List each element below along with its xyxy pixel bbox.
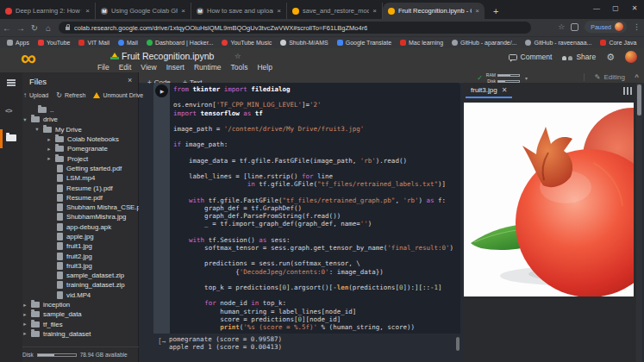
sync-paused-badge[interactable]: Paused [585, 21, 627, 33]
tab-close-icon[interactable]: × [85, 7, 90, 15]
refresh-button[interactable]: ↻Refresh [56, 91, 85, 99]
tab-close-icon[interactable]: × [372, 7, 377, 15]
tree-item[interactable]: vid.MP4 [22, 290, 139, 300]
tree-item[interactable]: ▸sample_data [22, 309, 139, 319]
new-tab-button[interactable]: + [485, 6, 507, 19]
account-avatar[interactable] [625, 51, 637, 63]
menu-insert[interactable]: Insert [166, 63, 184, 72]
browser-tab[interactable]: MHow to save and upload Deep L× [191, 3, 287, 19]
close-icon[interactable]: ✕ [625, 0, 644, 19]
tree-item[interactable]: ▸training_dataset [22, 329, 139, 339]
chevron-right-icon[interactable]: ▸ [47, 155, 52, 162]
collapse-header-icon[interactable]: ^ [635, 73, 639, 81]
bookmark-item[interactable]: Apps [7, 40, 29, 46]
drive-button[interactable]: Unmount Drive [93, 92, 143, 98]
tree-item[interactable]: .. [22, 105, 139, 115]
tree-item[interactable]: ▸inception [22, 300, 139, 309]
bookmark-item[interactable]: VIT Mail [78, 40, 109, 46]
tree-item[interactable]: ▾My Drive [22, 125, 139, 134]
bookmark-item[interactable]: YouTube Music [222, 40, 272, 46]
tab-close-icon[interactable]: × [475, 7, 479, 15]
extension-icon[interactable] [571, 23, 578, 31]
chevron-down-icon[interactable]: ▾ [22, 116, 28, 123]
code-snippets-icon[interactable]: <> [5, 107, 11, 115]
star-notebook-icon[interactable]: ☆ [234, 52, 241, 60]
tree-item[interactable]: ▸Colab Notebooks [22, 134, 139, 144]
editing-mode-button[interactable]: ✎ Editing [584, 73, 625, 81]
maximize-icon[interactable]: ▢ [606, 0, 625, 19]
browser-tab[interactable]: save_and_restore_models.ipynb× [287, 3, 383, 19]
tree-item[interactable]: Resume (1).pdf [22, 183, 139, 192]
minimize-icon[interactable]: — [587, 0, 606, 19]
bookmark-item[interactable]: Mac learning [400, 40, 443, 46]
page-scrollbar-track[interactable] [636, 84, 642, 362]
close-files-panel-icon[interactable]: × [128, 76, 132, 84]
bookmark-item[interactable]: Google Translate [337, 40, 391, 46]
tab-close-icon[interactable]: × [277, 7, 281, 15]
home-icon[interactable]: ⌂ [41, 23, 55, 33]
tree-item[interactable]: Resume.pdf [22, 193, 139, 203]
colab-logo-icon[interactable]: ∞ [21, 46, 36, 71]
tree-item[interactable]: training_dataset.zip [22, 280, 139, 290]
chevron-right-icon[interactable]: ▸ [22, 321, 28, 328]
menu-runtime[interactable]: Runtime [194, 63, 222, 72]
page-scrollbar-thumb[interactable] [637, 84, 641, 115]
tree-item[interactable]: LSM.mp4 [22, 173, 139, 183]
back-icon[interactable]: ← [0, 23, 14, 33]
menu-view[interactable]: View [141, 63, 156, 72]
browser-tab[interactable]: Fruit Recognition.ipynb - Colab× [383, 3, 485, 19]
browser-tab[interactable]: Deep Learning 2: How to Uploa× [0, 3, 96, 19]
tree-item[interactable]: Getting started.pdf [22, 164, 139, 173]
comment-button[interactable]: Comment [509, 53, 553, 61]
menu-tools[interactable]: Tools [231, 63, 248, 72]
share-button[interactable]: Share [562, 53, 596, 61]
chevron-right-icon[interactable]: ▸ [22, 330, 28, 337]
bookmark-item[interactable]: GitHub - aparande/... [452, 40, 516, 46]
reload-icon[interactable]: ↻ [28, 23, 41, 33]
browser-tab[interactable]: MUsing Google Colab GPU VM +× [96, 3, 191, 19]
output-scrollbar[interactable] [456, 337, 460, 351]
hamburger-menu-icon[interactable] [7, 79, 16, 81]
chevron-right-icon[interactable]: ▸ [47, 136, 52, 143]
tree-item[interactable]: fruit1.jpg [22, 241, 139, 251]
tree-item[interactable]: fruit3.jpg [22, 261, 139, 271]
tree-item[interactable]: apple.jpg [22, 232, 139, 241]
tree-item[interactable]: fruit2.jpg [22, 251, 139, 260]
bookmark-item[interactable]: GitHub - raveenaaa... [525, 40, 591, 46]
bookmark-item[interactable]: Shubh-M/AMS [280, 40, 328, 46]
address-input[interactable]: colab.research.google.com/drive/1xtqyOOi… [59, 22, 531, 34]
layout-grid-icon[interactable] [623, 87, 632, 95]
notebook-title[interactable]: Fruit Recognition.ipynb [122, 51, 214, 61]
browser-menu-icon[interactable]: ⋮ [633, 22, 641, 31]
tree-item[interactable]: app-debug.apk [22, 222, 139, 232]
tree-item[interactable]: Shubham Mishra_CSE.pdf [22, 203, 139, 212]
code-editor[interactable]: from tkinter import filedialog os.enviro… [170, 83, 453, 334]
run-cell-button[interactable]: ▶ [155, 84, 168, 97]
tree-item[interactable]: ▾drive [22, 115, 139, 124]
tree-item[interactable]: ▸Project [22, 153, 139, 163]
code-token: label_lines = [line.rstrip() [173, 172, 302, 180]
chevron-right-icon[interactable]: ▸ [47, 146, 52, 153]
tab-close-icon[interactable]: × [181, 7, 185, 15]
menu-help[interactable]: Help [257, 63, 272, 72]
bookmark-item[interactable]: Mail [118, 40, 138, 46]
tree-item[interactable]: ▸tf_files [22, 320, 139, 329]
bookmark-star-icon[interactable]: ☆ [558, 22, 565, 31]
tree-item[interactable]: ShubhamMishra.jpg [22, 212, 139, 222]
preview-tab-fruit3[interactable]: fruit3.jpg ✕ [466, 84, 512, 98]
chevron-right-icon[interactable]: ▸ [22, 302, 28, 309]
chevron-right-icon[interactable]: ▸ [22, 311, 28, 318]
bookmark-item[interactable]: Core Java [600, 40, 636, 46]
tree-item[interactable]: ▸Pomegranate [22, 144, 139, 153]
tree-item[interactable]: sample_dataset.zip [22, 271, 139, 280]
menu-file[interactable]: File [97, 63, 109, 72]
upload-button[interactable]: ↑Upload [23, 91, 48, 99]
close-preview-icon[interactable]: ✕ [502, 86, 508, 94]
files-tab-icon[interactable] [6, 134, 16, 141]
chevron-down-icon[interactable]: ▾ [34, 126, 40, 133]
settings-gear-icon[interactable]: ⚙ [606, 52, 615, 63]
forward-icon[interactable]: → [14, 23, 28, 33]
bookmark-item[interactable]: Dashboard | Hacker... [147, 40, 214, 46]
menu-edit[interactable]: Edit [119, 63, 132, 72]
bookmark-item[interactable]: YouTube [38, 40, 71, 46]
